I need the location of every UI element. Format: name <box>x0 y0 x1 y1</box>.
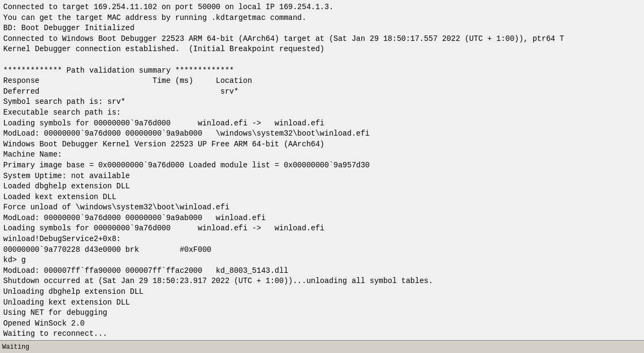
terminal-output: Connected to target 169.254.11.102 on po… <box>0 0 644 353</box>
terminal-line: 00000000`9a770228 d43e0000 brk #0xF000 <box>3 245 641 256</box>
terminal-line: Windows Boot Debugger Kernel Version 225… <box>3 139 641 150</box>
terminal-line: Loading symbols for 00000000`9a76d000 wi… <box>3 223 641 234</box>
terminal-line: Primary image base = 0x00000000`9a76d000… <box>3 160 641 171</box>
terminal-line: You can get the target MAC address by ru… <box>3 13 641 24</box>
terminal-line: Loading symbols for 00000000`9a76d000 wi… <box>3 118 641 129</box>
terminal-line: ModLoad: 000007ff`ffa90000 000007ff`ffac… <box>3 266 641 277</box>
terminal-line: ModLoad: 00000000`9a76d000 00000000`9a9a… <box>3 129 641 139</box>
terminal-line: Deferred srv* <box>3 87 641 97</box>
terminal-line <box>3 55 641 66</box>
status-bar: Waiting <box>0 340 644 353</box>
terminal-line: System Uptime: not available <box>3 171 641 182</box>
terminal-line: BD: Boot Debugger Initialized <box>3 23 641 34</box>
terminal-line: kd> g <box>3 255 641 266</box>
terminal-line: Unloading dbghelp extension DLL <box>3 287 641 298</box>
terminal-line: Unloading kext extension DLL <box>3 298 641 308</box>
terminal-line: Waiting to reconnect... <box>3 329 641 340</box>
terminal-line: ************* Path validation summary **… <box>3 66 641 76</box>
terminal-line: Loaded kext extension DLL <box>3 192 641 203</box>
terminal-line: Kernel Debugger connection established. … <box>3 44 641 55</box>
terminal-line: Symbol search path is: srv* <box>3 97 641 108</box>
terminal-line: Opened WinSock 2.0 <box>3 319 641 329</box>
terminal-line: Shutdown occurred at (Sat Jan 29 18:50:2… <box>3 276 641 287</box>
terminal-line: Machine Name: <box>3 150 641 160</box>
terminal-line: Using NET for debugging <box>3 308 641 319</box>
status-text: Waiting <box>2 343 29 351</box>
terminal-line: Executable search path is: <box>3 108 641 118</box>
terminal-line: Loaded dbghelp extension DLL <box>3 181 641 192</box>
terminal-line: Response Time (ms) Location <box>3 76 641 87</box>
terminal-line: winload!DebugService2+0x8: <box>3 234 641 245</box>
terminal-line: Force unload of \windows\system32\boot\w… <box>3 202 641 213</box>
terminal-line: Connected to Windows Boot Debugger 22523… <box>3 34 641 45</box>
terminal-line: Connected to target 169.254.11.102 on po… <box>3 2 641 13</box>
terminal-line: ModLoad: 00000000`9a76d000 00000000`9a9a… <box>3 213 641 224</box>
